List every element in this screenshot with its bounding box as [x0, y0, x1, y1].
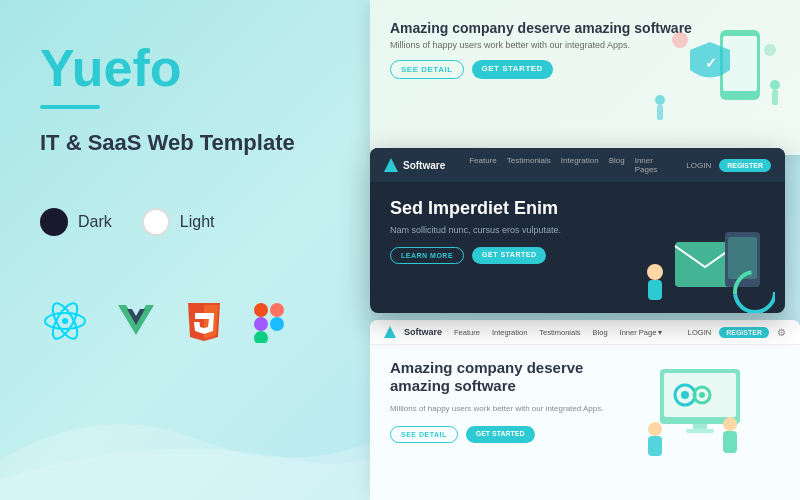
mid-register-button[interactable]: REGISTER	[719, 159, 771, 172]
svg-rect-11	[270, 303, 284, 317]
screenshot-bot: Software Feature Integration Testimonial…	[370, 320, 800, 500]
bot-get-started-button[interactable]: GET STARTED	[466, 426, 535, 443]
mid-nav-testimonials: Testimonials	[507, 156, 551, 174]
svg-point-14	[270, 317, 284, 331]
svg-rect-42	[686, 429, 714, 433]
bot-left-content: Amazing company deserve amazing software…	[390, 359, 610, 469]
top-see-detail-button[interactable]: SEE DETAIL	[390, 60, 464, 79]
top-get-started-button[interactable]: GET STARTED	[472, 60, 553, 79]
bot-nav-blog: Blog	[593, 328, 608, 337]
svg-rect-13	[254, 331, 268, 343]
mid-illustration	[625, 212, 775, 313]
bot-nav-feature: Feature	[454, 328, 480, 337]
mid-buttons: LEARN MORE GET STARTED	[390, 247, 610, 264]
mid-hero-title: Sed Imperdiet Enim	[390, 198, 610, 219]
svg-point-34	[681, 391, 689, 399]
svg-point-25	[647, 264, 663, 280]
vue-icon	[114, 299, 158, 343]
svg-rect-21	[772, 90, 778, 105]
mid-nav: Software Feature Testimonials Integratio…	[370, 148, 785, 182]
bot-nav: Software Feature Integration Testimonial…	[370, 320, 800, 345]
svg-point-18	[655, 95, 665, 105]
bot-nav-integration: Integration	[492, 328, 527, 337]
svg-point-39	[723, 417, 737, 431]
dark-toggle[interactable]	[40, 208, 68, 236]
bot-logo-icon	[384, 326, 396, 338]
svg-rect-19	[657, 105, 663, 120]
svg-rect-26	[648, 280, 662, 300]
mid-nav-integration: Integration	[561, 156, 599, 174]
bot-nav-logo: Software	[384, 326, 442, 338]
svg-point-37	[648, 422, 662, 436]
bot-hero-title: Amazing company deserve amazing software	[390, 359, 610, 395]
tagline: IT & SaaS Web Template	[40, 129, 330, 158]
mid-login-link[interactable]: LOGIN	[686, 161, 711, 170]
svg-point-20	[770, 80, 780, 90]
mid-content: Sed Imperdiet Enim Nam sollicitud nunc, …	[370, 182, 785, 280]
bot-nav-right: LOGIN REGISTER ⚙	[688, 327, 786, 338]
svg-point-23	[764, 44, 776, 56]
svg-rect-38	[648, 436, 662, 456]
mid-hero-sub: Nam sollicitud nunc, cursus eros vulputa…	[390, 225, 610, 235]
light-theme-option[interactable]: Light	[142, 208, 215, 236]
top-illustration: ✓	[630, 10, 790, 140]
svg-point-22	[672, 32, 688, 48]
bot-nav-innerpages: Inner Page ▾	[620, 328, 663, 337]
left-panel: Yuefo IT & SaaS Web Template Dark Light	[0, 0, 370, 500]
svg-rect-41	[693, 424, 707, 429]
bot-login-link[interactable]: LOGIN	[688, 328, 711, 337]
bot-see-detail-button[interactable]: SEE DETAIL	[390, 426, 458, 443]
screenshot-mid: Software Feature Testimonials Integratio…	[370, 148, 785, 313]
dark-theme-option[interactable]: Dark	[40, 208, 112, 236]
mid-nav-logo: Software	[384, 158, 445, 172]
bot-register-button[interactable]: REGISTER	[719, 327, 769, 338]
dark-label: Dark	[78, 213, 112, 231]
brand-title: Yuefo	[40, 40, 330, 97]
mid-nav-feature: Feature	[469, 156, 497, 174]
mid-nav-links: Feature Testimonials Integration Blog In…	[469, 156, 670, 174]
mid-nav-blog: Blog	[609, 156, 625, 174]
mid-nav-brand: Software	[403, 160, 445, 171]
screenshot-top: Amazing company deserve amazing software…	[370, 0, 800, 155]
svg-rect-28	[728, 237, 757, 279]
tech-icons-row	[40, 296, 330, 346]
theme-toggles: Dark Light	[40, 208, 330, 236]
bot-hero-sub: Millions of happy users work better with…	[390, 403, 610, 414]
bot-nav-brand: Software	[404, 327, 442, 337]
mid-nav-right: LOGIN REGISTER	[686, 159, 771, 172]
mid-logo-icon	[384, 158, 398, 172]
svg-rect-10	[254, 303, 268, 317]
bot-nav-testimonials: Testimonials	[539, 328, 580, 337]
gear-icon[interactable]: ⚙	[777, 327, 786, 338]
mid-learn-button[interactable]: LEARN MORE	[390, 247, 464, 264]
svg-point-36	[699, 392, 705, 398]
svg-rect-40	[723, 431, 737, 453]
bot-buttons: SEE DETAIL GET STARTED	[390, 426, 610, 443]
right-panel: Amazing company deserve amazing software…	[350, 0, 800, 500]
mid-get-started-button[interactable]: GET STARTED	[472, 247, 546, 264]
mid-nav-innerpages: Inner Pages	[635, 156, 671, 174]
figma-icon	[250, 299, 288, 343]
bot-content: Amazing company deserve amazing software…	[370, 345, 800, 483]
svg-text:✓: ✓	[705, 55, 717, 71]
html5-icon	[182, 299, 226, 343]
bot-illustration	[630, 359, 780, 469]
light-label: Light	[180, 213, 215, 231]
svg-rect-12	[254, 317, 268, 331]
wave-bg	[0, 380, 400, 500]
brand-underline	[40, 105, 100, 109]
react-icon	[40, 296, 90, 346]
svg-point-3	[62, 318, 68, 324]
light-toggle[interactable]	[142, 208, 170, 236]
